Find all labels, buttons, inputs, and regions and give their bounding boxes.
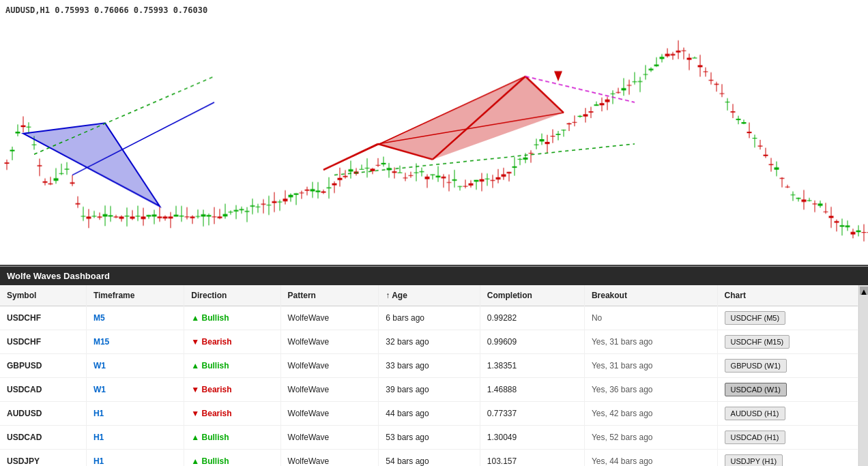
chart-button[interactable]: USDCHF (M5): [725, 311, 786, 325]
cell-chart[interactable]: USDJPY (H1): [717, 450, 858, 467]
table-header-row: Symbol Timeframe Direction Pattern Age C…: [0, 285, 858, 306]
cell-breakout: No: [584, 306, 717, 330]
cell-symbol: USDCHF: [0, 330, 86, 354]
cell-timeframe: H1: [86, 426, 184, 450]
cell-direction: ▲ Bullish: [184, 426, 280, 450]
table-row: USDCHF M5 ▲ Bullish WolfeWave 6 bars ago…: [0, 306, 858, 330]
cell-breakout: Yes, 31 bars ago: [584, 354, 717, 378]
scroll-track: [860, 295, 868, 466]
cell-timeframe: M5: [86, 306, 184, 330]
col-pattern: Pattern: [280, 285, 379, 306]
chart-title: AUDUSD,H1 0.75993 0.76066 0.75993 0.7603…: [5, 5, 207, 15]
cell-breakout: Yes, 42 bars ago: [584, 402, 717, 426]
cell-age: 32 bars ago: [379, 330, 480, 354]
cell-pattern: WolfeWave: [280, 450, 379, 467]
scroll-up[interactable]: ▲: [860, 287, 868, 295]
cell-pattern: WolfeWave: [280, 330, 379, 354]
cell-completion: 0.77337: [480, 402, 584, 426]
cell-completion: 1.38351: [480, 354, 584, 378]
cell-pattern: WolfeWave: [280, 378, 379, 402]
cell-age: 53 bars ago: [379, 426, 480, 450]
col-completion: Completion: [480, 285, 584, 306]
cell-pattern: WolfeWave: [280, 426, 379, 450]
chart-button[interactable]: AUDUSD (H1): [725, 407, 785, 420]
table-row: GBPUSD W1 ▲ Bullish WolfeWave 33 bars ag…: [0, 354, 858, 378]
cell-direction: ▲ Bullish: [184, 450, 280, 467]
cell-chart[interactable]: USDCHF (M5): [717, 306, 858, 330]
chart-button[interactable]: USDCHF (M15): [725, 335, 790, 349]
table-row: USDCHF M15 ▼ Bearish WolfeWave 32 bars a…: [0, 330, 858, 354]
chart-button[interactable]: USDJPY (H1): [725, 454, 783, 466]
cell-symbol: AUDUSD: [0, 402, 86, 426]
dashboard: Wolfe Waves Dashboard Symbol Timeframe D…: [0, 266, 868, 466]
cell-symbol: USDJPY: [0, 450, 86, 467]
chart-button[interactable]: GBPUSD (W1): [725, 359, 787, 373]
cell-symbol: USDCAD: [0, 426, 86, 450]
chart-area: AUDUSD,H1 0.75993 0.76066 0.75993 0.7603…: [0, 0, 868, 266]
cell-direction: ▼ Bearish: [184, 378, 280, 402]
cell-completion: 1.46888: [480, 378, 584, 402]
cell-direction: ▲ Bullish: [184, 354, 280, 378]
cell-chart[interactable]: USDCHF (M15): [717, 330, 858, 354]
table-row: AUDUSD H1 ▼ Bearish WolfeWave 44 bars ag…: [0, 402, 858, 426]
table-row: USDCAD H1 ▲ Bullish WolfeWave 53 bars ag…: [0, 426, 858, 450]
col-chart: Chart: [717, 285, 858, 306]
table-row: USDCAD W1 ▼ Bearish WolfeWave 39 bars ag…: [0, 378, 858, 402]
cell-breakout: Yes, 36 bars ago: [584, 378, 717, 402]
cell-age: 6 bars ago: [379, 306, 480, 330]
cell-pattern: WolfeWave: [280, 402, 379, 426]
cell-timeframe: H1: [86, 450, 184, 467]
cell-breakout: Yes, 31 bars ago: [584, 330, 717, 354]
cell-age: 39 bars ago: [379, 378, 480, 402]
chart-button[interactable]: USDCAD (H1): [725, 431, 785, 444]
cell-symbol: USDCAD: [0, 378, 86, 402]
cell-chart[interactable]: USDCAD (H1): [717, 426, 858, 450]
cell-completion: 1.30049: [480, 426, 584, 450]
cell-timeframe: H1: [86, 402, 184, 426]
col-age: Age: [379, 285, 480, 306]
col-timeframe: Timeframe: [86, 285, 184, 306]
cell-age: 44 bars ago: [379, 402, 480, 426]
table-scrollbar[interactable]: ▲ ▼: [858, 285, 868, 466]
col-breakout: Breakout: [584, 285, 717, 306]
cell-symbol: GBPUSD: [0, 354, 86, 378]
cell-chart[interactable]: AUDUSD (H1): [717, 402, 858, 426]
chart-canvas: [0, 0, 868, 265]
dashboard-tbody: USDCHF M5 ▲ Bullish WolfeWave 6 bars ago…: [0, 306, 858, 467]
cell-pattern: WolfeWave: [280, 354, 379, 378]
cell-completion: 103.157: [480, 450, 584, 467]
cell-completion: 0.99609: [480, 330, 584, 354]
cell-timeframe: W1: [86, 378, 184, 402]
cell-timeframe: W1: [86, 354, 184, 378]
chart-button[interactable]: USDCAD (W1): [725, 383, 787, 396]
cell-timeframe: M15: [86, 330, 184, 354]
dashboard-table: Symbol Timeframe Direction Pattern Age C…: [0, 285, 858, 466]
cell-age: 33 bars ago: [379, 354, 480, 378]
cell-breakout: Yes, 44 bars ago: [584, 450, 717, 467]
cell-breakout: Yes, 52 bars ago: [584, 426, 717, 450]
cell-chart[interactable]: GBPUSD (W1): [717, 354, 858, 378]
cell-chart[interactable]: USDCAD (W1): [717, 378, 858, 402]
table-row: USDJPY H1 ▲ Bullish WolfeWave 54 bars ag…: [0, 450, 858, 467]
cell-direction: ▲ Bullish: [184, 306, 280, 330]
cell-direction: ▼ Bearish: [184, 330, 280, 354]
col-direction: Direction: [184, 285, 280, 306]
cell-symbol: USDCHF: [0, 306, 86, 330]
cell-completion: 0.99282: [480, 306, 584, 330]
cell-age: 54 bars ago: [379, 450, 480, 467]
col-symbol: Symbol: [0, 285, 86, 306]
dashboard-title: Wolfe Waves Dashboard: [0, 267, 868, 285]
cell-pattern: WolfeWave: [280, 306, 379, 330]
cell-direction: ▼ Bearish: [184, 402, 280, 426]
